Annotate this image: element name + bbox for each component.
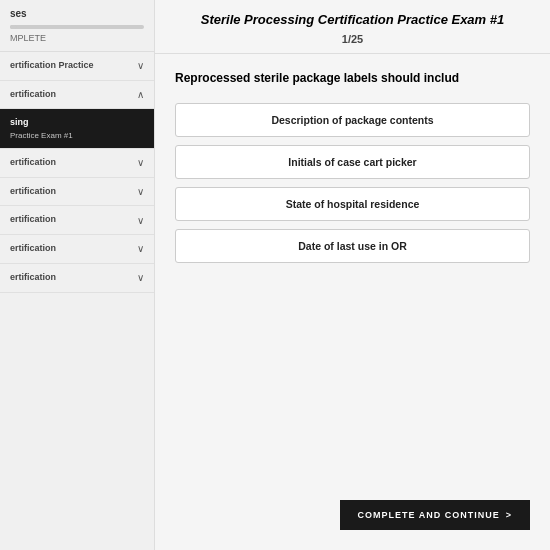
- sidebar-item-8-arrow: ∨: [137, 272, 144, 283]
- sidebar-item-5-label: ertification: [10, 186, 56, 198]
- answer-option-1[interactable]: Description of package contents: [175, 103, 530, 137]
- sidebar-item-7-header: ertification ∨: [10, 243, 144, 255]
- sidebar-item-4-label: ertification: [10, 157, 56, 169]
- answer-options: Description of package contents Initials…: [175, 103, 530, 263]
- question-counter: 1/25: [175, 33, 530, 45]
- answer-option-4[interactable]: Date of last use in OR: [175, 229, 530, 263]
- sidebar-item-4-header: ertification ∨: [10, 157, 144, 169]
- sidebar-item-8-header: ertification ∨: [10, 272, 144, 284]
- continue-arrow-icon: >: [506, 510, 512, 520]
- main-header: Sterile Processing Certification Practic…: [155, 0, 550, 54]
- sidebar-item-5-arrow: ∨: [137, 186, 144, 197]
- continue-button-label: COMPLETE AND CONTINUE: [358, 510, 500, 520]
- answer-option-4-label: Date of last use in OR: [298, 240, 407, 252]
- sidebar-item-5[interactable]: ertification ∨: [0, 178, 154, 207]
- sidebar-item-6-header: ertification ∨: [10, 214, 144, 226]
- sidebar-items: ertification Practice ∨ ertification ∧ s…: [0, 52, 154, 550]
- sidebar-progress-bar: [10, 25, 144, 29]
- sidebar-item-2-header: ertification ∧: [10, 89, 144, 101]
- sidebar-item-7-arrow: ∨: [137, 243, 144, 254]
- answer-option-3-label: State of hospital residence: [286, 198, 420, 210]
- sidebar-item-2-arrow: ∧: [137, 89, 144, 100]
- sidebar-item-6-label: ertification: [10, 214, 56, 226]
- sidebar-item-3-header: sing Practice Exam #1: [10, 117, 144, 140]
- sidebar-item-3-label-line2: Practice Exam #1: [10, 131, 73, 140]
- answer-option-2-label: Initials of case cart picker: [288, 156, 416, 168]
- question-text: Reprocessed sterile package labels shoul…: [175, 70, 530, 87]
- sidebar-item-5-header: ertification ∨: [10, 186, 144, 198]
- sidebar-item-2[interactable]: ertification ∧: [0, 81, 154, 110]
- sidebar-top-label: ses: [10, 8, 144, 19]
- sidebar-item-8-label: ertification: [10, 272, 56, 284]
- sidebar-item-1[interactable]: ertification Practice ∨: [0, 52, 154, 81]
- sidebar-item-8[interactable]: ertification ∨: [0, 264, 154, 293]
- answer-option-1-label: Description of package contents: [271, 114, 433, 126]
- answer-option-3[interactable]: State of hospital residence: [175, 187, 530, 221]
- sidebar-item-6-arrow: ∨: [137, 215, 144, 226]
- sidebar-item-7[interactable]: ertification ∨: [0, 235, 154, 264]
- sidebar-item-7-label: ertification: [10, 243, 56, 255]
- main-content: Sterile Processing Certification Practic…: [155, 0, 550, 550]
- question-section: Reprocessed sterile package labels shoul…: [155, 54, 550, 484]
- sidebar-complete-label: MPLETE: [10, 33, 144, 43]
- sidebar-progress-fill: [10, 25, 17, 29]
- sidebar-item-1-header: ertification Practice ∨: [10, 60, 144, 72]
- sidebar-top: ses MPLETE: [0, 0, 154, 52]
- sidebar-item-3-label-line1: sing: [10, 117, 73, 129]
- sidebar-item-1-label: ertification Practice: [10, 60, 94, 72]
- sidebar-item-6[interactable]: ertification ∨: [0, 206, 154, 235]
- sidebar: ses MPLETE ertification Practice ∨ ertif…: [0, 0, 155, 550]
- answer-option-2[interactable]: Initials of case cart picker: [175, 145, 530, 179]
- continue-section: COMPLETE AND CONTINUE >: [155, 484, 550, 550]
- sidebar-item-4-arrow: ∨: [137, 157, 144, 168]
- exam-title: Sterile Processing Certification Practic…: [175, 12, 530, 27]
- continue-button[interactable]: COMPLETE AND CONTINUE >: [340, 500, 530, 530]
- sidebar-item-1-arrow: ∨: [137, 60, 144, 71]
- sidebar-item-2-label: ertification: [10, 89, 56, 101]
- sidebar-item-3[interactable]: sing Practice Exam #1: [0, 109, 154, 149]
- sidebar-item-4[interactable]: ertification ∨: [0, 149, 154, 178]
